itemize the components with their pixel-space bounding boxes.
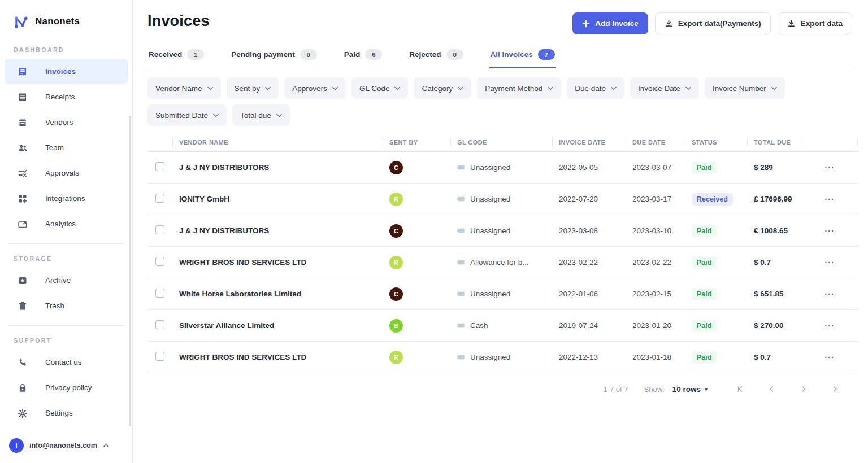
total-due: € 1008.65 — [747, 226, 801, 235]
tab-count-badge: 6 — [365, 49, 382, 60]
filter-total-due[interactable]: Total due — [232, 104, 290, 126]
sidebar-item-label: Trash — [45, 302, 64, 310]
filter-invoice-number[interactable]: Invoice Number — [705, 77, 785, 99]
vendor-name[interactable]: IONITY GmbH — [172, 195, 383, 203]
row-menu-icon[interactable]: ⋯ — [824, 352, 835, 362]
tab-all-invoices[interactable]: All invoices 7 — [489, 49, 556, 68]
filter-label: Sent by — [235, 84, 261, 93]
row-menu-icon[interactable]: ⋯ — [824, 194, 835, 204]
archive-icon — [17, 275, 28, 286]
header-total-due: TOTAL DUE — [747, 133, 801, 151]
tab-pending-payment[interactable]: Pending payment 0 — [230, 49, 318, 68]
header-actions-column — [801, 133, 858, 151]
sidebar-item-trash[interactable]: Trash — [5, 293, 128, 318]
vendor-name[interactable]: Silverstar Alliance Limited — [172, 321, 383, 330]
chevron-down-icon — [213, 113, 219, 117]
filter-payment-method[interactable]: Payment Method — [477, 77, 561, 99]
status-badge: Received — [692, 193, 733, 206]
sidebar-item-settings[interactable]: Settings — [5, 400, 128, 426]
account-avatar: I — [9, 438, 24, 453]
sidebar-item-invoices[interactable]: Invoices — [5, 59, 128, 84]
sidebar-item-team[interactable]: Team — [5, 135, 128, 160]
pagination-bar: 1-7 of 7 Show: 10 rows ▾ — [133, 373, 868, 396]
total-due: $ 0.7 — [747, 258, 801, 267]
filter-invoice-date[interactable]: Invoice Date — [630, 77, 699, 99]
rows-per-page-select[interactable]: 10 rows ▾ — [672, 385, 708, 394]
row-menu-icon[interactable]: ⋯ — [824, 225, 835, 236]
row-checkbox[interactable] — [155, 320, 164, 329]
filter-due-date[interactable]: Due date — [567, 77, 624, 99]
sender-avatar: R — [389, 256, 403, 269]
sidebar: Nanonets DASHBOARD Invoices Receipts Ven… — [0, 0, 133, 463]
filter-label: Category — [422, 84, 453, 93]
row-checkbox[interactable] — [155, 289, 164, 298]
row-checkbox[interactable] — [155, 162, 164, 171]
export-data-button[interactable]: Export data — [778, 12, 852, 34]
chevron-down-icon — [458, 86, 463, 90]
invoice-date: 2022-01-06 — [552, 290, 626, 298]
sidebar-item-receipts[interactable]: Receipts — [5, 84, 128, 110]
sidebar-item-vendors[interactable]: Vendors — [5, 110, 128, 135]
account-menu[interactable]: I info@nanonets.com — [0, 430, 132, 463]
vendor-name[interactable]: J & J NY DISTRIBUTORS — [172, 163, 383, 172]
sidebar-item-archive[interactable]: Archive — [5, 268, 128, 293]
vendor-name[interactable]: J & J NY DISTRIBUTORS — [172, 226, 383, 235]
last-page-button[interactable] — [819, 382, 851, 396]
tab-count-badge: 7 — [538, 49, 555, 60]
add-invoice-button[interactable]: Add Invoice — [572, 12, 648, 34]
tag-icon — [457, 195, 466, 203]
status-badge: Paid — [692, 161, 717, 174]
chevron-up-icon — [103, 444, 109, 448]
sidebar-item-analytics[interactable]: Analytics — [5, 211, 128, 237]
receipts-icon — [17, 91, 28, 103]
row-menu-icon[interactable]: ⋯ — [824, 289, 835, 299]
chevron-down-icon — [207, 86, 213, 90]
row-menu-icon[interactable]: ⋯ — [824, 257, 835, 268]
vendor-name[interactable]: WRIGHT BROS IND SERVICES LTD — [172, 353, 383, 361]
filter-submitted-date[interactable]: Submitted Date — [147, 104, 227, 126]
sidebar-item-label: Invoices — [45, 67, 76, 76]
filter-vendor-name[interactable]: Vendor Name — [147, 77, 221, 99]
gl-code-value: Unassigned — [470, 226, 510, 235]
tab-label: Received — [149, 50, 182, 59]
filter-label: Total due — [240, 111, 271, 120]
filter-approvers[interactable]: Approvers — [284, 77, 346, 99]
filter-label: Due date — [575, 84, 606, 93]
tag-icon — [457, 321, 466, 330]
row-checkbox[interactable] — [155, 225, 164, 234]
page-title: Invoices — [147, 12, 210, 30]
status-badge: Paid — [692, 256, 717, 269]
sidebar-item-integrations[interactable]: Integrations — [5, 186, 128, 211]
tab-received[interactable]: Received 1 — [147, 49, 205, 68]
table-row: IONITY GmbH R Unassigned 2022-07-20 2023… — [147, 184, 858, 215]
total-due: $ 289 — [747, 163, 801, 172]
row-checkbox[interactable] — [155, 194, 164, 203]
next-page-button[interactable] — [788, 382, 819, 396]
pagination-range: 1-7 of 7 — [603, 385, 628, 394]
row-checkbox[interactable] — [155, 257, 164, 266]
filter-category[interactable]: Category — [414, 77, 471, 99]
filter-gl-code[interactable]: GL Code — [351, 77, 409, 99]
sidebar-item-contact-us[interactable]: Contact us — [5, 350, 128, 375]
row-checkbox[interactable] — [155, 352, 164, 361]
prev-page-button[interactable] — [756, 382, 788, 396]
sidebar-item-approvals[interactable]: Approvals — [5, 160, 128, 186]
vendors-icon — [17, 117, 28, 128]
vendor-name[interactable]: White Horse Laboratories Limited — [172, 290, 383, 298]
chevron-down-icon — [332, 86, 338, 90]
tab-rejected[interactable]: Rejected 0 — [408, 49, 464, 68]
vendor-name[interactable]: WRIGHT BROS IND SERVICES LTD — [172, 258, 383, 267]
tag-icon — [457, 226, 466, 235]
row-menu-icon[interactable]: ⋯ — [824, 162, 835, 173]
sidebar-item-privacy-policy[interactable]: Privacy policy — [5, 375, 128, 400]
sidebar-scrollbar[interactable] — [129, 116, 131, 426]
due-date: 2023-03-07 — [626, 163, 685, 172]
first-page-button[interactable] — [724, 382, 756, 396]
brand: Nanonets — [0, 0, 132, 33]
invoice-date: 2023-03-08 — [552, 226, 626, 235]
sidebar-item-label: Privacy policy — [45, 383, 92, 392]
filter-sent-by[interactable]: Sent by — [227, 77, 279, 99]
tab-paid[interactable]: Paid 6 — [343, 49, 384, 68]
row-menu-icon[interactable]: ⋯ — [824, 320, 835, 331]
export-data-payments-button[interactable]: Export data(Payments) — [655, 12, 771, 34]
